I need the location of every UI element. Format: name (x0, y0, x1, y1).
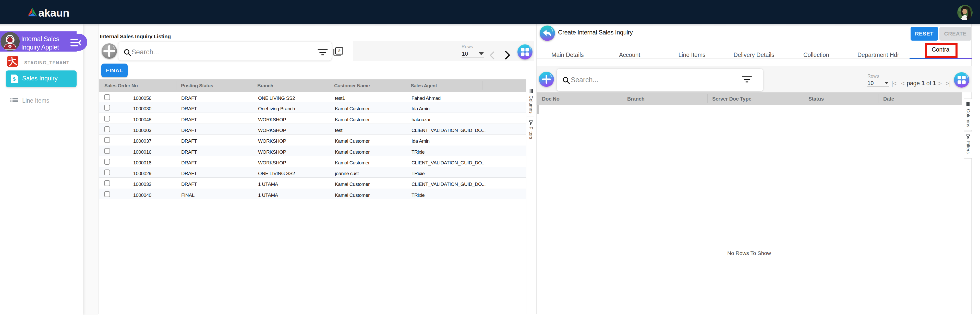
svg-text:$: $ (13, 76, 16, 82)
svg-text:大: 大 (8, 56, 18, 67)
svg-text:2: 2 (338, 49, 340, 54)
svg-text:fi: fi (9, 45, 11, 48)
